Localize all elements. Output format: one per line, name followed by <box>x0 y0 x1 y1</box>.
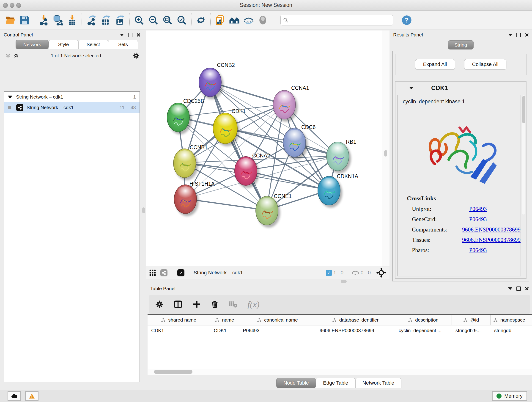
crosslink-link[interactable]: 9606.ENSP00000378699 <box>462 226 520 233</box>
network-edge[interactable] <box>225 128 337 156</box>
network-node-ccna2[interactable] <box>234 156 257 186</box>
zoom-in-button[interactable] <box>132 13 146 27</box>
column-header-name[interactable]: name <box>210 315 239 325</box>
refresh-view-button[interactable] <box>194 13 208 27</box>
tab-style[interactable]: Style <box>49 40 78 49</box>
table-cell[interactable]: 9606.ENSP00000378699 <box>316 328 395 333</box>
first-neighbors-button[interactable] <box>227 13 241 27</box>
network-edge[interactable] <box>185 199 266 210</box>
right-splitter-handle[interactable] <box>384 150 387 157</box>
network-node-cdc25b[interactable] <box>167 103 190 132</box>
float-panel-icon[interactable] <box>128 33 133 37</box>
table-row[interactable]: CDK1CDK1P064939606.ENSP00000378699cyclin… <box>147 325 532 336</box>
node-table[interactable]: shared namenamecanonical namedatabase id… <box>147 314 532 369</box>
clone-network-button[interactable] <box>213 13 227 27</box>
tab-select[interactable]: Select <box>78 40 108 49</box>
close-panel-icon[interactable] <box>525 33 529 37</box>
open-file-button[interactable] <box>3 13 17 27</box>
show-columns-icon[interactable] <box>174 300 182 309</box>
export-table-button[interactable] <box>99 13 113 27</box>
results-scrollbar-thumb[interactable] <box>522 96 525 123</box>
close-panel-icon[interactable] <box>525 287 529 291</box>
network-node-ccnb1[interactable] <box>173 148 196 178</box>
show-all-button[interactable] <box>256 13 270 27</box>
export-network-button[interactable] <box>84 13 99 27</box>
crosslink-link[interactable]: P06493 <box>469 206 487 212</box>
column-header-namespace[interactable]: namespace <box>491 315 528 325</box>
float-panel-icon[interactable] <box>516 287 521 291</box>
cloud-status-button[interactable] <box>7 391 21 401</box>
expand-all-button[interactable]: Expand All <box>415 59 455 70</box>
crosslink-link[interactable]: 9606.ENSP00000378699 <box>462 237 520 243</box>
network-node-cdc6[interactable] <box>283 128 306 157</box>
collapse-all-button[interactable]: Collapse All <box>464 59 507 70</box>
import-table-file-button[interactable] <box>65 13 79 27</box>
table-horizontal-scrollbar[interactable] <box>147 369 532 375</box>
crosslink-link[interactable]: P06493 <box>469 247 487 254</box>
add-column-icon[interactable] <box>192 300 201 308</box>
table-cell[interactable]: CDK1 <box>210 328 239 333</box>
zoom-out-button[interactable] <box>146 13 160 27</box>
entry-header[interactable]: CDK1 <box>395 82 526 95</box>
tab-edge-table[interactable]: Edge Table <box>316 378 355 388</box>
network-node-hist1h1a[interactable] <box>174 185 197 214</box>
import-network-file-button[interactable] <box>37 13 51 27</box>
column-header-database-identifier[interactable]: database identifier <box>316 315 395 325</box>
canvas-results-splitter[interactable] <box>382 31 389 267</box>
tab-sets[interactable]: Sets <box>108 40 138 49</box>
memory-button[interactable]: Memory <box>492 391 527 401</box>
panel-menu-icon[interactable] <box>508 34 512 36</box>
network-view-icon[interactable] <box>160 269 167 276</box>
network-options-gear-icon[interactable] <box>133 52 139 59</box>
network-edge[interactable] <box>210 82 266 210</box>
collection-expander-icon[interactable] <box>8 96 12 99</box>
export-image-button[interactable] <box>113 13 127 27</box>
results-scrollbar[interactable] <box>522 95 525 215</box>
table-scrollbar-thumb[interactable] <box>154 370 192 374</box>
zoom-selected-button[interactable] <box>175 13 189 27</box>
close-panel-icon[interactable] <box>137 33 140 37</box>
import-network-database-button[interactable] <box>51 13 65 27</box>
entry-expander-icon[interactable] <box>409 87 413 89</box>
table-cell[interactable]: cyclin–dependent ... <box>395 328 452 333</box>
panel-menu-icon[interactable] <box>120 34 124 36</box>
float-panel-icon[interactable] <box>516 33 521 37</box>
expand-all-icon[interactable] <box>13 53 19 59</box>
crosslink-link[interactable]: P06493 <box>469 216 487 223</box>
collapse-all-icon[interactable] <box>5 53 11 59</box>
search-input[interactable] <box>288 17 391 23</box>
table-cell[interactable]: stringdb <box>491 328 528 333</box>
warnings-button[interactable] <box>25 391 38 401</box>
selected-checkbox-icon[interactable]: ✓ <box>326 270 332 276</box>
birdseye-grid-icon[interactable] <box>149 269 156 276</box>
pan-crosshair-icon[interactable] <box>376 268 386 278</box>
zoom-fit-button[interactable] <box>160 13 175 27</box>
help-button[interactable]: ? <box>399 13 414 27</box>
column-header-shared-name[interactable]: shared name <box>147 315 210 325</box>
hide-selected-button[interactable] <box>241 13 256 27</box>
network-node-cdk1[interactable] <box>213 113 238 144</box>
network-canvas[interactable]: CCNB2CCNA1CDC25BCDK1CDC6RB1CCNB1CCNA2CDK… <box>146 31 382 267</box>
table-cell[interactable]: stringdb:9... <box>452 328 491 333</box>
tab-network[interactable]: Network <box>16 40 49 49</box>
column-header--id[interactable]: @id <box>452 315 491 325</box>
network-node-ccna1[interactable] <box>273 90 296 119</box>
tab-string[interactable]: String <box>448 40 474 50</box>
panel-menu-icon[interactable] <box>508 287 512 290</box>
hidden-eye-icon[interactable] <box>351 269 359 276</box>
export-view-icon[interactable] <box>177 269 184 276</box>
network-node-ccne1[interactable] <box>255 196 278 225</box>
table-cell[interactable]: P06493 <box>239 328 316 333</box>
column-header-canonical-name[interactable]: canonical name <box>239 315 316 325</box>
column-header-description[interactable]: description <box>395 315 452 325</box>
table-options-gear-icon[interactable] <box>155 300 164 308</box>
tab-node-table[interactable]: Node Table <box>276 378 316 388</box>
delete-column-icon[interactable] <box>211 300 219 308</box>
bottom-splitter-handle[interactable] <box>341 280 347 283</box>
left-splitter-handle[interactable] <box>142 207 145 213</box>
network-row[interactable]: String Network – cdk1 11 48 <box>4 102 139 113</box>
search-field[interactable] <box>280 15 393 26</box>
tab-network-table[interactable]: Network Table <box>355 378 401 388</box>
network-node-cdkn1a[interactable] <box>317 176 341 205</box>
network-node-ccnb2[interactable] <box>199 68 222 97</box>
